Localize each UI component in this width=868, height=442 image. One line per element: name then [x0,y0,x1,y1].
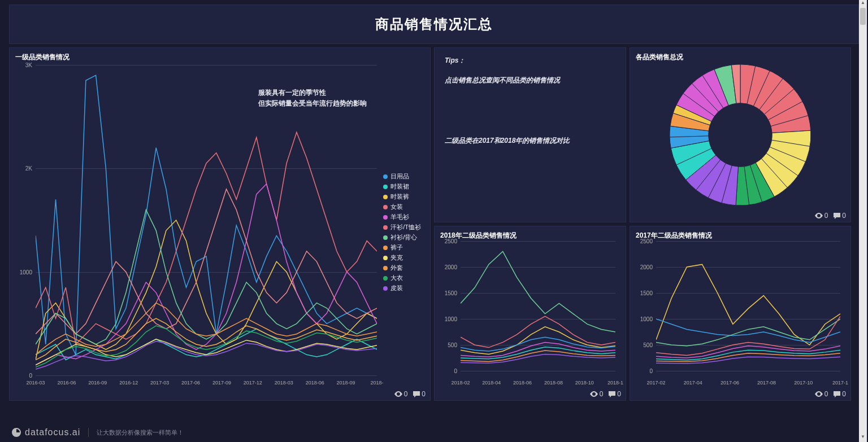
legend-item[interactable]: 皮装 [383,284,421,292]
footer-subtitle: 让大数据分析像搜索一样简单！ [97,428,184,437]
footer-brand: datafocus.ai 让大数据分析像搜索一样简单！ [11,427,184,437]
y-tick-label: 2000 [440,264,457,270]
legend-item[interactable]: 衬衫/背心 [383,233,421,242]
panel-title: 各品类销售总况 [636,52,845,62]
legend-label: 时装裤 [390,192,409,201]
legend-label: 裤子 [390,243,403,252]
views-counter[interactable]: 0 [394,390,408,398]
y-tick-label: 1000 [15,269,32,275]
panel-title: 2018年二级品类销售情况 [440,231,620,240]
series-line[interactable] [656,264,840,345]
legend[interactable]: 日用品时装裙时装裤女装羊毛衫汗衫/T恤衫衬衫/背心裤子夹克外套大衣皮装 [383,172,421,294]
legend-label: 外套 [390,264,403,272]
x-tick-label: 2017-08 [757,380,776,386]
vertical-scrollbar[interactable]: ▲ ▼ [859,0,867,442]
x-tick-label: 2017-10 [794,380,813,386]
brand-logo[interactable]: datafocus.ai [11,427,80,437]
x-tick-label: 2018-10 [575,380,594,386]
legend-label: 夹克 [390,253,403,262]
line-chart-2018[interactable]: 050010001500200025002018-022018-042018-0… [440,241,620,378]
footer-divider [88,428,89,437]
series-line[interactable] [656,319,840,342]
donut-chart[interactable] [630,65,850,205]
y-tick-label: 2500 [636,238,653,244]
scroll-up-icon[interactable]: ▲ [859,0,867,8]
panel-footer: 0 0 [815,212,846,220]
line-chart-main[interactable]: 010002K3K2016-032016-062016-092016-12201… [15,65,385,378]
scroll-down-icon[interactable]: ▼ [859,434,867,442]
y-tick-label: 2000 [636,264,653,270]
series-line[interactable] [36,339,377,365]
brand-icon [11,427,21,437]
y-tick-label: 0 [15,373,32,379]
x-tick-label: 2017-03 [150,380,169,386]
panel-footer: 0 0 [590,390,621,398]
series-line[interactable] [461,342,615,357]
views-counter[interactable]: 0 [590,390,604,398]
series-line[interactable] [36,210,377,344]
series-line[interactable] [461,351,615,361]
panel-title: 一级品类销售情况 [15,52,424,62]
legend-label: 皮装 [390,284,403,292]
x-tick-label: 2017-12 [244,380,262,386]
comments-counter[interactable]: 0 [834,390,846,398]
x-tick-label: 2018-09 [337,380,355,386]
legend-item[interactable]: 女装 [383,203,421,211]
y-tick-label: 2K [15,165,32,172]
legend-label: 衬衫/背心 [390,233,417,242]
panel-2018-sub: 2018年二级品类销售情况 050010001500200025002018-0… [434,226,626,401]
line-chart-2017[interactable]: 050010001500200025002017-022017-042017-0… [636,241,845,378]
legend-label: 大衣 [390,274,403,282]
panel-title: 2017年二级品类销售情况 [636,231,845,240]
panel-main-category-sales: 一级品类销售情况 服装具有一定的季节性 但实际销量会受当年流行趋势的影响 日用品… [9,47,431,401]
x-tick-label: 2018-06 [306,380,324,386]
panel-2017-sub: 2017年二级品类销售情况 050010001500200025002017-0… [630,226,851,401]
legend-label: 羊毛衫 [390,213,409,221]
series-line[interactable] [656,316,840,355]
legend-item[interactable]: 时装裤 [383,192,421,201]
comments-counter[interactable]: 0 [834,212,846,220]
y-tick-label: 0 [636,368,653,374]
panel-footer: 0 0 [394,390,426,398]
legend-item[interactable]: 大衣 [383,274,421,282]
legend-item[interactable]: 时装裙 [383,182,421,191]
dashboard-title: 商品销售情况汇总 [10,15,858,33]
legend-item[interactable]: 羊毛衫 [383,213,421,221]
y-tick-label: 1500 [636,290,653,296]
x-tick-label: 2018- [370,380,383,386]
dashboard-title-bar: 商品销售情况汇总 [9,5,859,44]
comments-counter[interactable]: 0 [609,390,621,398]
x-tick-label: 2016-09 [88,380,107,386]
legend-item[interactable]: 外套 [383,264,421,272]
series-line[interactable] [656,346,840,358]
views-counter[interactable]: 0 [815,212,828,220]
series-line[interactable] [461,316,615,347]
legend-item[interactable]: 裤子 [383,243,421,252]
scrollbar-thumb[interactable] [860,8,866,25]
x-tick-label: 2017-09 [212,380,231,386]
x-tick-label: 2018-04 [482,380,501,386]
legend-label: 汗衫/T恤衫 [390,223,421,231]
legend-item[interactable]: 日用品 [383,172,421,181]
x-tick-label: 2016-06 [57,380,76,386]
y-tick-label: 1000 [636,316,653,322]
views-counter[interactable]: 0 [815,390,828,398]
panel-tips: Tips： 点击销售总况查阅不同品类的销售情况 二级品类在2017和2018年的… [434,47,626,222]
comments-counter[interactable]: 0 [413,390,426,398]
x-tick-label: 2016-12 [119,380,138,386]
legend-label: 时装裙 [390,182,409,191]
x-tick-label: 2018-06 [513,380,532,386]
donut-slice[interactable] [740,64,811,133]
x-tick-label: 2017-06 [181,380,200,386]
legend-item[interactable]: 夹克 [383,253,421,262]
x-tick-label: 2017-04 [684,380,702,386]
series-line[interactable] [36,184,377,365]
x-tick-label: 2018-02 [451,380,470,386]
y-tick-label: 3K [15,62,32,68]
x-tick-label: 2016-03 [26,380,45,386]
panel-donut: 各品类销售总况 0 0 [630,47,851,222]
x-tick-label: 2017-06 [721,380,739,386]
tips-line-1: 点击销售总况查阅不同品类的销售情况 [445,76,615,85]
x-tick-label: 2017-02 [646,380,665,386]
legend-item[interactable]: 汗衫/T恤衫 [383,223,421,231]
